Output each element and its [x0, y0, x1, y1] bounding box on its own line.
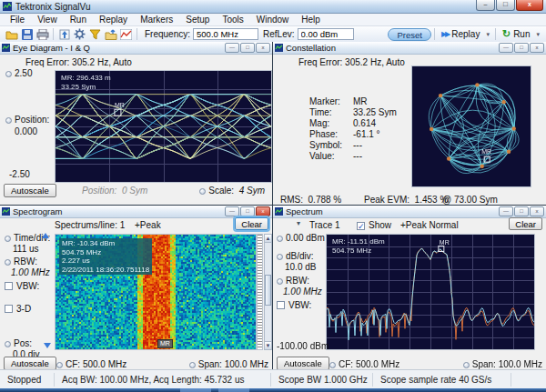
constellation-marker-info: Marker:MR Time:33.25 Sym Mag:0.614 Phase…	[309, 96, 397, 162]
constellation-rms: RMS: 0.788 %	[280, 195, 341, 205]
minimize-button[interactable]	[476, 0, 495, 11]
sg-vbw-checkbox[interactable]: VBW:	[5, 281, 39, 291]
toolbar-separator	[495, 28, 496, 40]
spectrum-close-button[interactable]: x	[530, 206, 544, 216]
constellation-evm-symbol: @ 73.00 Sym	[442, 195, 498, 205]
constellation-plot-canvas[interactable]	[412, 66, 531, 186]
spectrum-minimize-button[interactable]: —	[499, 206, 513, 216]
save-icon[interactable]	[19, 27, 35, 41]
reflev-input[interactable]	[298, 28, 354, 40]
eye-panel-titlebar[interactable]: Eye Diagram - I & Q — □ x	[0, 42, 272, 55]
eye-restore-button[interactable]: □	[240, 43, 255, 53]
run-icon	[502, 28, 511, 40]
menu-file[interactable]: File	[4, 15, 31, 25]
spectrum-span: Span: 100.0 MHz	[463, 359, 542, 369]
analysis-chart-icon[interactable]	[118, 27, 134, 41]
trace-show-checkbox[interactable]: Show	[357, 220, 391, 230]
sg-3d-checkbox[interactable]: 3-D	[5, 304, 31, 314]
spectrogram-minimize-button[interactable]: —	[225, 206, 239, 216]
scrollbar-up-arrow[interactable]: ▲	[265, 235, 271, 243]
knob-icon	[277, 278, 283, 285]
constellation-freq-error: Freq Error: 305.2 Hz, Auto	[298, 57, 405, 67]
replay-dropdown-arrow[interactable]	[486, 31, 490, 38]
scrollbar-thumb[interactable]	[265, 275, 271, 306]
settings-gear-icon[interactable]	[72, 27, 87, 41]
knob-icon	[5, 236, 11, 242]
checkbox-checked-icon[interactable]	[357, 222, 365, 230]
constellation-restore-button[interactable]: □	[514, 43, 529, 53]
status-state: Stopped	[0, 373, 55, 387]
spectrogram-span: Span: 100.0 MHz	[189, 359, 268, 369]
knob-icon	[5, 117, 12, 124]
spectrum-restore-button[interactable]: □	[514, 206, 529, 216]
maximize-button[interactable]	[496, 0, 515, 11]
spectrogram-close-button[interactable]: x	[256, 206, 270, 216]
spectrogram-panel: Spectrogram — □ x Spectrums/line: 1 +Pea…	[0, 206, 272, 369]
replay-button[interactable]: Replay	[438, 29, 483, 39]
knob-icon	[5, 341, 11, 347]
constellation-plot-area[interactable]	[411, 65, 531, 187]
scroll-up-marker-icon[interactable]	[42, 233, 49, 238]
spectrogram-panel-title: Spectrogram	[13, 206, 224, 216]
eye-bottom-position: Position: 0 Sym	[82, 186, 147, 196]
spectrogram-plot-area[interactable]: MR: -10.34 dBm 504.75 MHz 2.227 us 2/22/…	[55, 234, 257, 350]
panel-icon	[2, 207, 10, 216]
eye-minimize-button[interactable]: —	[225, 43, 239, 53]
spectrogram-autoscale-button[interactable]: Autoscale	[4, 357, 56, 369]
preset-button[interactable]: Preset	[388, 28, 430, 41]
spectrum-clear-button[interactable]: Clear	[509, 217, 542, 230]
spectrum-plot-area[interactable]: MR: -11.51 dBm 504.75 MHz	[326, 234, 535, 350]
spectrogram-panel-titlebar[interactable]: Spectrogram — □ x	[0, 206, 272, 218]
sp-vbw-checkbox[interactable]: VBW:	[277, 300, 311, 310]
spectrogram-mr-marker[interactable]: MR	[157, 339, 173, 348]
run-button[interactable]: Run	[499, 28, 534, 40]
menu-setup[interactable]: Setup	[179, 15, 216, 25]
menu-window[interactable]: Window	[250, 15, 296, 25]
constellation-close-button[interactable]: x	[530, 43, 544, 53]
constellation-panel-titlebar[interactable]: Constellation — □ x	[273, 42, 546, 55]
menu-run[interactable]: Run	[64, 15, 93, 25]
menu-markers[interactable]: Markers	[134, 15, 179, 25]
workspace: Eye Diagram - I & Q — □ x Freq Error: 30…	[0, 42, 546, 369]
scrollbar-down-arrow[interactable]: ▼	[265, 341, 271, 349]
folder-open-icon[interactable]	[4, 27, 19, 41]
menu-help[interactable]: Help	[295, 15, 327, 25]
status-acquisition: Acq BW: 100.00 MHz, Acq Length: 45.732 u…	[55, 373, 271, 387]
knob-icon	[199, 188, 206, 195]
spectrogram-clear-button[interactable]: Clear	[235, 217, 268, 230]
filter-icon[interactable]	[87, 27, 103, 41]
knob-icon	[277, 254, 283, 260]
menu-tools[interactable]: Tools	[216, 15, 249, 25]
eye-plot-area[interactable]: MR: 296.433 m 33.25 Sym	[55, 70, 272, 183]
checkbox-icon[interactable]	[277, 301, 285, 309]
spectrogram-detection-mode: +Peak	[135, 220, 161, 230]
trace-dropdown-chevron-icon[interactable]	[297, 219, 300, 227]
run-dropdown-arrow[interactable]	[536, 31, 540, 38]
menu-replay[interactable]: Replay	[93, 15, 134, 25]
knob-icon	[5, 259, 11, 266]
eye-close-button[interactable]: x	[256, 43, 270, 53]
spectrum-autoscale-button[interactable]: Autoscale	[277, 357, 329, 369]
toolbar: Frequency: RefLev: Preset Replay Run	[0, 26, 546, 43]
export-folder-icon[interactable]	[103, 27, 118, 41]
frequency-input[interactable]	[193, 28, 258, 40]
replay-icon	[441, 30, 449, 38]
titlebar[interactable]: Tektronix SignalVu	[0, 0, 546, 14]
toolbar-separator	[136, 28, 137, 40]
spectrogram-restore-button[interactable]: □	[240, 206, 255, 216]
trace-selector[interactable]: Trace 1	[309, 220, 340, 230]
spectrogram-scrollbar[interactable]: ▲ ▼	[264, 234, 272, 350]
constellation-minimize-button[interactable]: —	[499, 43, 513, 53]
acquire-icon[interactable]	[56, 27, 72, 41]
sp-rbw-value: 1.00 MHz	[283, 286, 322, 297]
scroll-down-marker-icon[interactable]	[44, 343, 51, 348]
close-button[interactable]	[516, 0, 543, 11]
menu-view[interactable]: View	[31, 15, 64, 25]
spectrum-panel-titlebar[interactable]: Spectrum — □ x	[273, 206, 546, 218]
spectrums-per-line: Spectrums/line: 1	[55, 220, 125, 230]
eye-autoscale-button[interactable]: Autoscale	[4, 184, 56, 197]
checkbox-icon[interactable]	[5, 305, 13, 313]
toolbar-separator	[434, 28, 435, 40]
checkbox-icon[interactable]	[5, 282, 13, 290]
print-icon[interactable]	[35, 27, 50, 41]
